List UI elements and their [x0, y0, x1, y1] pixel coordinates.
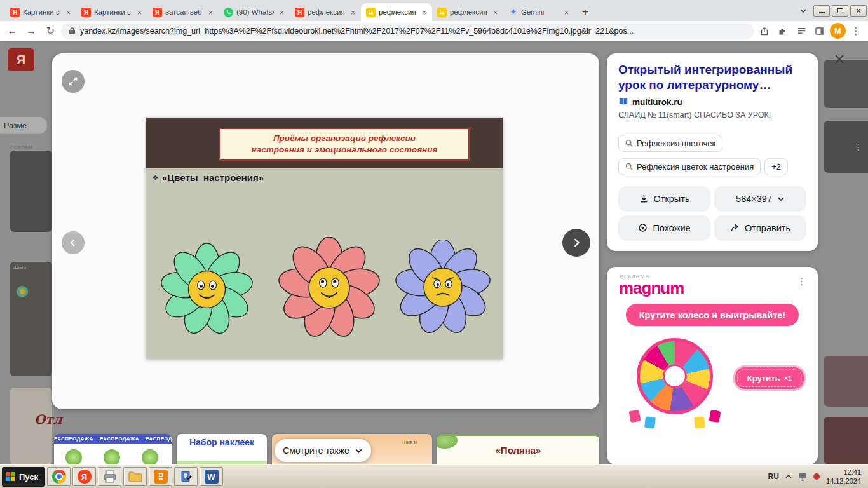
browser-tab-2[interactable]: Я Картинки с изо ×	[76, 3, 147, 21]
word-icon: W	[205, 470, 219, 484]
taskbar-chrome-button[interactable]	[47, 467, 71, 486]
browser-tab-3[interactable]: Я ватсап веб — Я ×	[147, 3, 219, 21]
share-button[interactable]	[756, 23, 773, 39]
taskbar-yandex-button[interactable]: Я	[72, 467, 96, 486]
open-button[interactable]: Открыть	[618, 186, 710, 212]
taskbar-ok-button[interactable]	[149, 467, 172, 486]
browser-tab-4[interactable]: (90) WhatsApp ×	[219, 3, 290, 21]
taskbar-word-button[interactable]: W	[200, 467, 223, 486]
browser-menu-button[interactable]: ⋮	[848, 23, 864, 39]
background-thumbnail[interactable]: «Цветы	[10, 262, 52, 376]
browser-tab-5[interactable]: Я рефлексия рас ×	[290, 3, 361, 21]
tab-close-icon[interactable]: ×	[277, 8, 287, 17]
viewed-image-slide[interactable]: Приёмы организации рефлексии настроения …	[146, 118, 503, 359]
background-thumbnail[interactable]	[824, 356, 868, 407]
tab-close-icon[interactable]: ×	[348, 8, 358, 17]
tab-close-icon[interactable]: ×	[562, 8, 571, 17]
slide-header-band: Приёмы организации рефлексии настроения …	[146, 118, 503, 168]
share-image-button[interactable]: Отправить	[714, 215, 806, 241]
tab-close-icon[interactable]: ×	[419, 8, 429, 17]
browser-tab-6-active[interactable]: рефлексия рас ×	[361, 3, 432, 21]
forward-button[interactable]: →	[23, 22, 40, 39]
ad-menu-button[interactable]: ⋮	[797, 276, 806, 287]
related-caption: Набор наклеек	[177, 437, 267, 447]
reload-button[interactable]: ↻	[42, 22, 59, 39]
magnum-brand-logo[interactable]: magnum	[619, 278, 684, 298]
source-row[interactable]: multiurok.ru	[618, 97, 806, 107]
side-panel-button[interactable]	[811, 23, 828, 39]
download-icon	[639, 194, 649, 203]
slide-subtitle: «Цветы настроения»	[162, 172, 264, 183]
extensions-button[interactable]	[775, 23, 791, 39]
background-thumbnail[interactable]: ⋮	[824, 121, 868, 173]
spin-count-badge: ×1	[784, 374, 792, 382]
tab-close-icon[interactable]: ×	[135, 8, 144, 17]
language-indicator[interactable]: RU	[768, 472, 779, 481]
image-info-panel: Открытый интегрированный урок по литерат…	[607, 53, 818, 251]
similar-images-button[interactable]: Похожие	[618, 215, 710, 241]
odnoklassniki-icon	[154, 470, 168, 484]
new-tab-button[interactable]: +	[577, 4, 593, 20]
prize-wheel[interactable]	[634, 332, 716, 427]
kebab-menu-icon: ⋮	[851, 25, 861, 37]
size-filter-chip[interactable]: Разме	[0, 117, 47, 134]
minimize-button[interactable]	[813, 5, 830, 17]
close-window-button[interactable]: ×	[850, 5, 867, 17]
search-tag-2[interactable]: Рефлексия цветок настроения	[618, 158, 761, 175]
document-pencil-icon	[180, 470, 193, 483]
taskbar-printer-button[interactable]	[98, 467, 121, 486]
maximize-button[interactable]	[832, 5, 848, 17]
prize-box-icon	[694, 416, 705, 429]
see-also-button[interactable]: Смотрите также	[275, 439, 371, 462]
yandex-logo[interactable]: Я	[8, 48, 34, 71]
thumbnail-caption: «Цветы	[13, 266, 26, 269]
size-dropdown-button[interactable]: 584×397	[714, 186, 806, 212]
viewer-close-button[interactable]: ×	[830, 50, 849, 69]
image-title-link[interactable]: Открытый интегрированный урок по литерат…	[618, 62, 806, 93]
related-image-2[interactable]: Набор наклеек	[177, 434, 267, 464]
fullscreen-button[interactable]	[62, 70, 85, 93]
flower-blue-sad	[395, 240, 491, 335]
diamond-bullet-icon: ❖	[153, 174, 158, 181]
taskbar-wordpad-button[interactable]	[174, 467, 198, 486]
taskbar-folder-button[interactable]	[123, 467, 147, 486]
related-image-4[interactable]: «Поляна»	[437, 434, 599, 464]
mini-flower-icon	[17, 286, 28, 297]
browser-tab-1[interactable]: Я Картинки с изо ×	[5, 3, 76, 21]
next-image-button[interactable]	[562, 229, 590, 257]
kebab-menu-icon[interactable]: ⋮	[854, 142, 863, 152]
previous-image-button[interactable]	[62, 231, 85, 254]
tab-close-icon[interactable]: ×	[206, 8, 215, 17]
prize-box-icon	[709, 410, 721, 423]
screen: Я Картинки с изо × Я Картинки с изо × Я …	[0, 0, 868, 488]
reading-list-button[interactable]	[793, 23, 810, 39]
tab-search-chevron-icon[interactable]	[795, 3, 811, 19]
extensions-puzzle-icon	[778, 26, 788, 36]
slide-title-line2: настроения и эмоционального состояния	[252, 144, 438, 156]
spin-button[interactable]: Крутить ×1	[735, 367, 804, 389]
ad-banner-button[interactable]: Крутите колесо и выигрывайте!	[626, 304, 799, 326]
notification-tray-icon[interactable]	[813, 473, 820, 480]
background-thumbnail[interactable]	[10, 151, 52, 232]
more-tags-chip[interactable]: +2	[764, 158, 788, 175]
tab-label: ватсап веб — Я	[165, 8, 203, 16]
slide-body: ❖ «Цветы настроения»	[146, 168, 503, 359]
taskbar-clock[interactable]: 12:41 14.12.2024	[826, 468, 861, 486]
profile-avatar[interactable]: M	[830, 23, 846, 39]
source-domain[interactable]: multiurok.ru	[632, 97, 682, 107]
yandex-favicon: Я	[295, 8, 304, 17]
tab-close-icon[interactable]: ×	[64, 8, 73, 17]
back-button[interactable]: ←	[4, 22, 21, 39]
start-button[interactable]: Пуск	[2, 467, 45, 487]
related-image-1[interactable]: РАСПРОДАЖА РАСПРОДАЖА РАСПРОДАЖА	[54, 434, 172, 464]
browser-tab-8[interactable]: Gemini ×	[503, 3, 574, 21]
ad-card: РЕКЛАМА magnum ⋮ Крутите колесо и выигры…	[607, 267, 818, 464]
url-text: yandex.kz/images/search?img_url=https%3A…	[80, 27, 634, 36]
chevron-up-icon[interactable]	[785, 473, 792, 480]
search-tag-1[interactable]: Рефлексия цветочек	[618, 135, 722, 152]
browser-tab-7[interactable]: рефлексия в на ×	[432, 3, 503, 21]
display-tray-icon[interactable]	[798, 473, 807, 481]
tab-close-icon[interactable]: ×	[491, 8, 500, 17]
address-bar[interactable]: yandex.kz/images/search?img_url=https%3A…	[61, 23, 754, 39]
background-thumbnail[interactable]	[824, 417, 868, 464]
